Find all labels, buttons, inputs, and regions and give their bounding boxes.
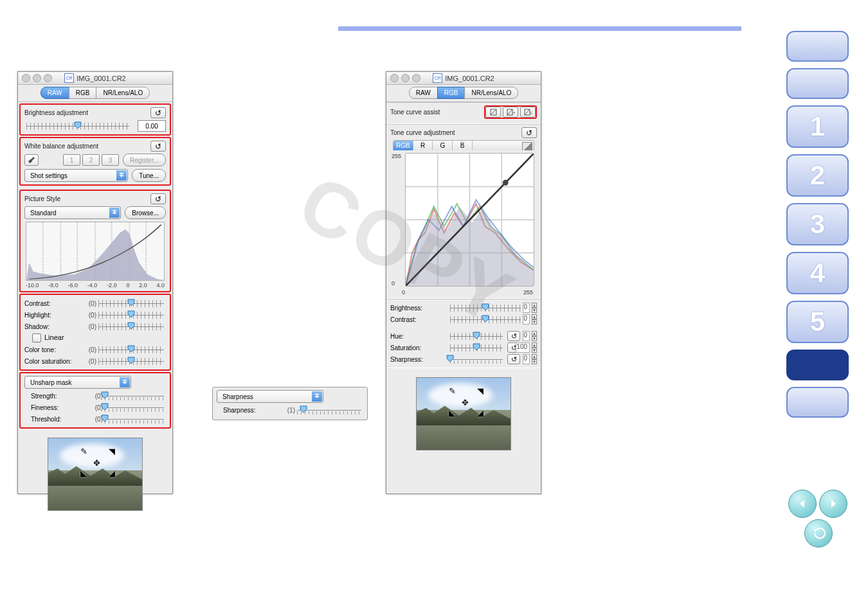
rgb-params-section: Brightness:0▲▼ Contrast:0▲▼ Hue:↺0▲▼ Sat…	[386, 299, 541, 368]
tone-curve-editor[interactable]	[405, 153, 534, 287]
chapter-index[interactable]	[786, 387, 849, 418]
histogram	[26, 222, 165, 281]
chapter-intro[interactable]	[786, 31, 849, 62]
palette-tabs: RAW RGB NR/Lens/ALO	[386, 85, 541, 102]
tab-rgb[interactable]: RGB	[437, 87, 466, 99]
saturation-label: Saturation:	[390, 344, 448, 351]
chapter-reference[interactable]	[786, 350, 849, 380]
revert-button[interactable]: ↺	[507, 354, 520, 364]
color-tone-slider[interactable]	[96, 345, 166, 354]
threshold-slider[interactable]	[103, 414, 166, 423]
contrast-slider[interactable]	[96, 299, 166, 308]
tone-assist-section: Tone curve assist + ↺	[386, 102, 541, 124]
hue-label: Hue:	[390, 333, 448, 340]
brightness-slider[interactable]	[448, 303, 523, 312]
assist-plus-button[interactable]: +	[503, 107, 518, 118]
wb-preset-3[interactable]: 3	[102, 154, 119, 166]
white-balance-section: White balance adjustment ↺ 1 2 3 Registe…	[19, 137, 171, 186]
wb-preset-2[interactable]: 2	[82, 154, 100, 166]
shadow-slider[interactable]	[96, 322, 166, 331]
revert-button[interactable]: ↺	[507, 331, 520, 341]
fineness-slider[interactable]	[103, 403, 166, 412]
sharpness-label: Sharpness:	[390, 356, 448, 363]
highlight-slider[interactable]	[96, 310, 166, 319]
preview-thumbnail[interactable]: ✎ ◥ ✥ ◣ ◢	[48, 438, 143, 511]
titlebar: CR IMG_0001.CR2	[18, 72, 172, 85]
zoom-dot[interactable]	[44, 74, 52, 82]
tone-adjust-label: Tone curve adjustment	[390, 129, 455, 136]
stepper[interactable]: ▲▼	[532, 342, 537, 353]
prev-page-button[interactable]	[788, 490, 817, 518]
svg-point-22	[503, 180, 509, 186]
chapter-1[interactable]: 1	[786, 105, 849, 148]
contrast-label: Contrast:	[24, 300, 82, 307]
min-dot[interactable]	[401, 74, 410, 82]
tab-raw[interactable]: RAW	[409, 87, 438, 99]
wb-select[interactable]: Shot settings	[24, 169, 128, 182]
chapter-4[interactable]: 4	[786, 252, 849, 294]
tab-rgb[interactable]: RGB	[69, 87, 97, 99]
wb-preset-1[interactable]: 1	[63, 154, 80, 166]
pager	[788, 490, 847, 518]
close-dot[interactable]	[390, 74, 399, 82]
tune-button[interactable]: Tune...	[132, 169, 166, 182]
revert-button[interactable]: ↺	[150, 193, 166, 204]
stepper[interactable]: ▲▼	[532, 331, 537, 341]
svg-text:↺: ↺	[530, 110, 532, 116]
stepper[interactable]: ▲▼	[532, 303, 537, 313]
contrast-slider[interactable]	[448, 315, 523, 324]
color-saturation-label: Color saturation:	[24, 358, 82, 365]
brightness-value[interactable]: 0.00	[138, 120, 166, 132]
threshold-label: Threshold:	[24, 416, 89, 423]
linear-checkbox[interactable]	[32, 333, 41, 342]
zoom-dot[interactable]	[412, 74, 420, 82]
chan-r[interactable]: R	[413, 141, 433, 150]
shadow-label: Shadow:	[24, 323, 82, 330]
stepper[interactable]: ▲▼	[532, 314, 537, 324]
linear-label: Linear	[44, 333, 64, 341]
tab-nr-lens[interactable]: NR/Lens/ALO	[464, 87, 518, 99]
strength-label: Strength:	[24, 393, 89, 400]
assist-auto-button[interactable]	[485, 107, 501, 118]
tone-assist-label: Tone curve assist	[390, 109, 440, 116]
x-min: 0	[402, 289, 405, 296]
brightness-slider[interactable]	[24, 121, 131, 130]
assist-undo-button[interactable]: ↺	[520, 107, 536, 118]
min-dot[interactable]	[33, 74, 41, 82]
close-dot[interactable]	[22, 74, 30, 82]
tab-raw[interactable]: RAW	[41, 87, 69, 99]
svg-text:+: +	[512, 110, 515, 116]
hue-slider[interactable]	[448, 332, 505, 341]
chapter-contents[interactable]	[786, 68, 849, 99]
channel-tabs: RGB R G B	[393, 140, 534, 150]
brightness-label: Brightness adjustment	[24, 109, 88, 116]
histogram-axis: -10.0 -8.0 -6.0 -4.0 -2.0 0 2.0 4.0	[24, 282, 166, 289]
y-max: 255	[392, 153, 401, 159]
back-button[interactable]	[804, 519, 833, 547]
strength-slider[interactable]	[103, 391, 166, 400]
color-saturation-slider[interactable]	[96, 357, 166, 366]
revert-button[interactable]: ↺	[150, 107, 166, 118]
stepper[interactable]: ▲▼	[532, 354, 537, 364]
curve-type-button[interactable]	[522, 142, 532, 150]
revert-button[interactable]: ↺	[150, 141, 166, 152]
sharpness-mode-select[interactable]: Unsharp mask	[24, 376, 131, 389]
preview-thumbnail[interactable]: ✎ ◥ ✥ ◣ ◢	[416, 377, 511, 450]
next-page-button[interactable]	[819, 490, 847, 518]
picture-style-select[interactable]: Standard	[24, 206, 121, 219]
chan-g[interactable]: G	[433, 141, 453, 150]
register-button[interactable]: Register...	[123, 154, 166, 166]
chapter-5[interactable]: 5	[786, 301, 849, 343]
chapter-2[interactable]: 2	[786, 154, 849, 197]
browse-button[interactable]: Browse...	[125, 206, 166, 219]
chan-rgb[interactable]: RGB	[393, 141, 413, 150]
chapter-3[interactable]: 3	[786, 203, 849, 245]
sharpness-mode-select[interactable]: Sharpness	[217, 390, 323, 403]
eyedropper-button[interactable]	[24, 154, 39, 166]
saturation-slider[interactable]	[448, 343, 505, 352]
sharpness-slider[interactable]	[448, 355, 505, 364]
sharpness-slider[interactable]	[295, 405, 363, 414]
revert-button[interactable]: ↺	[521, 127, 537, 138]
chan-b[interactable]: B	[453, 141, 473, 150]
tab-nr-lens[interactable]: NR/Lens/ALO	[96, 87, 150, 99]
